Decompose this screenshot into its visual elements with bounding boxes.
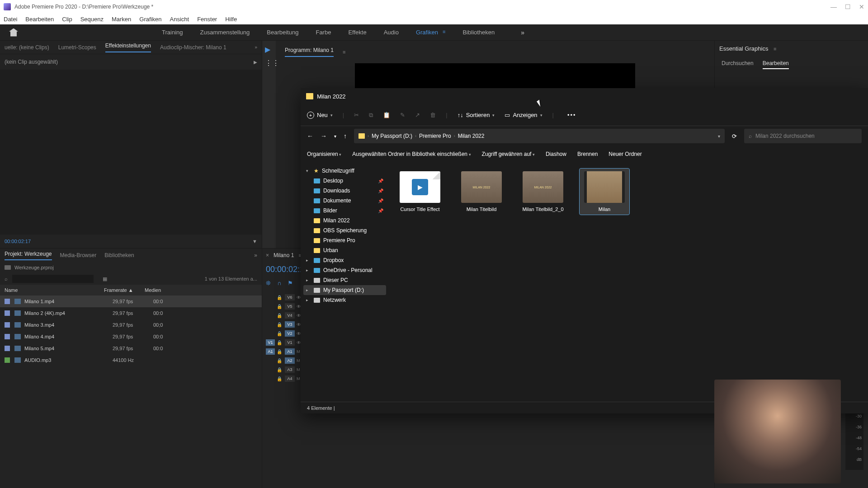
menu-datei[interactable]: Datei [4,16,17,23]
sequence-tab[interactable]: Milano 1 [274,252,294,258]
workspace-tab[interactable]: Zusammenstellung [200,29,250,36]
tree-folder-item[interactable]: Urban [303,245,386,255]
track-target[interactable]: V2 [285,330,295,337]
explorer-command[interactable]: Zugriff gewähren auf [482,151,535,157]
explorer-search[interactable]: ⌕ Milan 2022 durchsuchen [744,129,862,143]
tree-this-pc[interactable]: ▸Dieser PC [303,275,386,285]
lock-icon[interactable]: 🔒 [277,349,283,354]
selection-tool-icon[interactable]: ▶ [265,45,273,53]
explorer-command[interactable]: Diashow [546,151,566,157]
cut-icon[interactable]: ✂ [354,112,359,118]
project-search-input[interactable] [12,275,94,283]
lock-icon[interactable]: 🔒 [277,340,283,345]
menu-clip[interactable]: Clip [62,16,72,23]
tree-pinned-item[interactable]: Bilder📌 [303,206,386,216]
history-dropdown-icon[interactable]: ▾ [718,134,720,139]
sort-button[interactable]: ↑↓ Sortieren ▾ [458,112,495,118]
panel-menu-icon[interactable]: ≡ [774,46,776,52]
project-item[interactable]: AUDIO.mp344100 Hz [0,354,262,366]
source-tab[interactable]: Lumetri-Scopes [58,44,96,51]
workspace-tab[interactable]: Bibliotheken [462,29,495,36]
path-segment[interactable]: Milan 2022 [458,133,485,139]
workspace-overflow-icon[interactable]: » [521,29,524,36]
menu-fenster[interactable]: Fenster [197,16,217,23]
tree-pinned-item[interactable]: Dokumente📌 [303,196,386,206]
project-tab[interactable]: Bibliotheken [104,252,134,258]
menu-hilfe[interactable]: Hilfe [225,16,237,23]
col-name[interactable]: Name [5,287,104,293]
project-tab[interactable]: Media-Browser [60,252,97,258]
track-target[interactable]: A3 [285,366,295,373]
refresh-button[interactable]: ⟳ [732,133,737,140]
source-tab[interactable]: Effekteinstellungen [105,42,151,52]
source-tab[interactable]: uelle: (keine Clips) [5,44,49,51]
explorer-command[interactable]: Organisieren [307,151,341,157]
source-patch[interactable] [266,333,275,334]
file-item[interactable]: Milan [580,169,629,215]
close-button[interactable]: ✕ [859,3,864,10]
lock-icon[interactable]: 🔒 [277,313,283,318]
track-target[interactable]: A1 [285,348,295,355]
track-target[interactable]: A2 [285,357,295,364]
eg-tab[interactable]: Durchsuchen [722,60,754,69]
file-item[interactable]: ▶Cursor Title Effect [395,169,445,215]
snap-icon[interactable]: ❊ [266,280,271,286]
marker-icon[interactable]: ∩ [277,280,281,286]
file-explorer-window[interactable]: Milan 2022 + Neu ▾ | ✂ ⧉ 📋 ✎ ↗ 🗑 | ↑↓ So… [301,88,868,413]
source-patch[interactable] [266,360,275,361]
menu-bearbeiten[interactable]: Bearbeiten [25,16,54,23]
workspace-tab[interactable]: Training [162,29,183,36]
up-button[interactable]: ↑ [344,132,347,140]
tree-quick-access[interactable]: ▾★Schnellzugriff [303,166,386,176]
col-media[interactable]: Medien [145,287,161,293]
source-patch[interactable]: A1 [266,348,275,355]
menu-ansicht[interactable]: Ansicht [170,16,189,23]
project-item[interactable]: Milano 5.mp429,97 fps00:0 [0,343,262,354]
view-icon[interactable]: ▦ [103,276,107,282]
panel-menu-icon[interactable]: ≡ [343,49,345,55]
lock-icon[interactable]: 🔒 [277,376,283,381]
settings-icon[interactable]: ⚑ [288,280,293,286]
back-button[interactable]: ← [307,132,313,140]
menu-marken[interactable]: Marken [112,16,131,23]
copy-icon[interactable]: ⧉ [369,112,373,119]
source-patch[interactable] [266,369,275,371]
tree-drive[interactable]: ▸My Passport (D:) [303,285,386,295]
lock-icon[interactable]: 🔒 [277,322,283,327]
source-tab[interactable]: Audioclip-Mischer: Milano 1 [160,44,226,51]
menu-grafiken[interactable]: Grafiken [139,16,161,23]
col-framerate[interactable]: Framerate ▲ [104,287,145,293]
type-tool-icon[interactable]: ⋮⋮ [265,59,273,67]
track-target[interactable]: A4 [285,375,295,382]
file-item[interactable]: MILAN 2022Milan Titelbild [457,169,506,215]
path-segment[interactable]: Premiere Pro [419,133,451,139]
delete-icon[interactable]: 🗑 [430,112,436,118]
project-item[interactable]: Milano 1.mp429,97 fps00:0 [0,296,262,307]
source-patch[interactable] [266,314,275,316]
track-target[interactable]: V3 [285,321,295,328]
new-button[interactable]: + Neu ▾ [307,112,333,119]
eg-tab[interactable]: Bearbeiten [763,60,789,69]
panel-overflow-icon[interactable]: » [255,45,257,50]
search-icon[interactable]: ⌕ [5,276,8,282]
menu-sequenz[interactable]: Sequenz [80,16,104,23]
source-patch[interactable] [266,305,275,307]
recent-dropdown[interactable]: ▾ [334,134,336,139]
source-patch[interactable] [266,378,275,380]
tree-pinned-item[interactable]: Desktop📌 [303,176,386,186]
workspace-tab[interactable]: Bearbeitung [267,29,298,36]
home-icon[interactable] [9,28,18,37]
view-button[interactable]: ▭ Anzeigen ▾ [505,112,542,118]
tree-folder-item[interactable]: Premiere Pro [303,235,386,245]
maximize-button[interactable]: ☐ [845,3,851,10]
track-target[interactable]: V1 [285,339,295,346]
explorer-command[interactable]: Ausgewählten Ordner in Bibliothek einsch… [352,151,471,157]
explorer-command[interactable]: Brennen [577,151,598,157]
file-item[interactable]: MILAN 2022Milan Titelbild_2_0 [518,169,568,215]
project-tab[interactable]: Projekt: Werkzeuge [5,251,52,260]
workspace-tab[interactable]: Effekte [348,29,366,36]
tree-dropbox[interactable]: ▸Dropbox [303,255,386,265]
rename-icon[interactable]: ✎ [400,112,405,118]
source-timecode[interactable]: 00:00:02:17 [5,239,31,244]
panel-overflow-icon[interactable]: » [254,252,257,258]
